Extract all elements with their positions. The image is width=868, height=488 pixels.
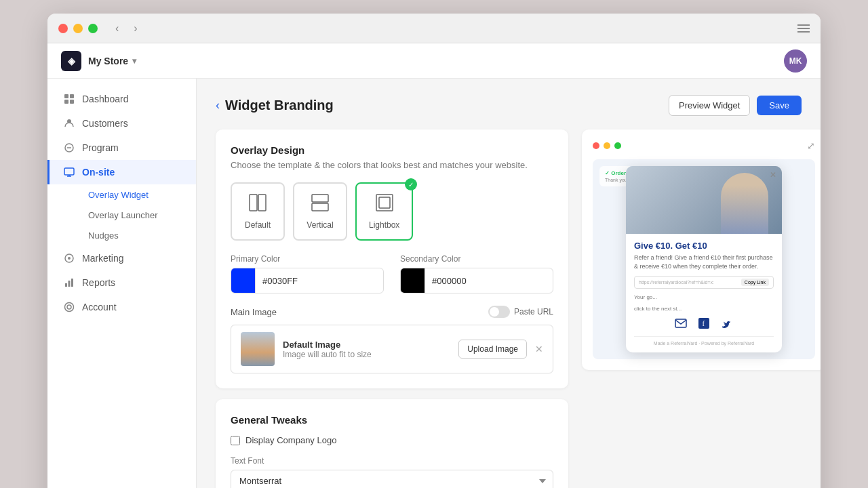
paste-url-toggle[interactable] bbox=[488, 306, 510, 318]
svg-rect-3 bbox=[70, 100, 74, 104]
preview-tl-red bbox=[593, 142, 599, 149]
primary-color-swatch[interactable] bbox=[231, 268, 256, 293]
template-lightbox[interactable]: ✓ Lightbox bbox=[355, 182, 413, 241]
menu-line bbox=[797, 28, 810, 29]
widget-hero-person bbox=[721, 173, 768, 234]
image-thumb-bg bbox=[241, 332, 275, 366]
text-font-label: Text Font bbox=[231, 456, 553, 466]
widget-title: Give €10. Get €10 bbox=[634, 241, 774, 251]
widget-desc: Refer a friend! Give a friend €10 their … bbox=[634, 253, 774, 270]
left-panel: Overlay Design Choose the template & the… bbox=[216, 129, 568, 488]
social-email-icon[interactable] bbox=[673, 316, 688, 331]
customers-icon bbox=[63, 117, 75, 129]
display-logo-row: Display Company Logo bbox=[231, 435, 553, 445]
preview-expand-icon[interactable]: ⤢ bbox=[807, 140, 815, 151]
social-twitter-icon[interactable] bbox=[719, 316, 734, 331]
sidebar-item-marketing[interactable]: Marketing bbox=[47, 246, 196, 270]
svg-rect-0 bbox=[64, 94, 68, 98]
sidebar: Dashboard Customers Program bbox=[47, 79, 197, 488]
sidebar-item-on-site[interactable]: On-site bbox=[47, 160, 196, 184]
overlay-design-title: Overlay Design bbox=[231, 144, 553, 156]
traffic-light-green[interactable] bbox=[88, 24, 98, 33]
svg-text:f: f bbox=[703, 319, 705, 327]
secondary-color-input bbox=[400, 268, 553, 293]
save-button[interactable]: Save bbox=[757, 96, 802, 115]
svg-rect-1 bbox=[70, 94, 74, 98]
svg-rect-19 bbox=[312, 195, 328, 202]
widget-refer-text: Your go... bbox=[634, 294, 774, 300]
browser-back-btn[interactable]: ‹ bbox=[111, 21, 123, 36]
preview-card: ⤢ ✓ Order Conf... Thank you f... bbox=[582, 129, 821, 370]
secondary-color-text[interactable] bbox=[425, 276, 553, 286]
template-default[interactable]: Default bbox=[231, 182, 285, 241]
sidebar-reports-label: Reports bbox=[82, 277, 115, 288]
paste-url-row: Paste URL bbox=[488, 306, 553, 318]
sidebar-dashboard-label: Dashboard bbox=[82, 94, 129, 104]
store-name-selector[interactable]: My Store ▾ bbox=[88, 56, 136, 66]
app-topbar: ◈ My Store ▾ MK bbox=[47, 43, 821, 79]
template-default-label: Default bbox=[245, 220, 271, 230]
image-desc: Image will auto fit to size bbox=[283, 350, 450, 359]
preview-tl-green bbox=[614, 142, 621, 149]
sidebar-sub-menu: Overlay Widget Overlay Launcher Nudges bbox=[47, 185, 196, 245]
sidebar-item-overlay-widget[interactable]: Overlay Widget bbox=[80, 185, 196, 205]
secondary-color-swatch[interactable] bbox=[401, 268, 425, 293]
preview-widget-bg: ✓ Order Conf... Thank you f... bbox=[593, 159, 815, 359]
sidebar-item-reports[interactable]: Reports bbox=[47, 270, 196, 295]
main-content: ‹ Widget Branding Preview Widget Save Ov… bbox=[197, 79, 821, 488]
app-body: Dashboard Customers Program bbox=[47, 79, 821, 488]
secondary-color-field: Secondary Color bbox=[400, 254, 553, 293]
svg-rect-20 bbox=[312, 203, 328, 211]
svg-rect-13 bbox=[68, 281, 71, 287]
svg-rect-22 bbox=[379, 197, 390, 208]
display-logo-checkbox[interactable] bbox=[231, 436, 240, 445]
sidebar-item-account[interactable]: Account bbox=[47, 295, 196, 319]
preview-widget-button[interactable]: Preview Widget bbox=[669, 95, 750, 116]
text-font-select[interactable]: Montserrat Roboto Open Sans Lato Poppins bbox=[231, 470, 553, 488]
traffic-light-red[interactable] bbox=[58, 24, 68, 33]
clear-image-icon[interactable]: ✕ bbox=[535, 344, 543, 354]
sidebar-customers-label: Customers bbox=[82, 118, 128, 129]
sidebar-item-customers[interactable]: Customers bbox=[47, 111, 196, 136]
social-facebook-icon[interactable]: f bbox=[696, 316, 711, 331]
sidebar-item-program[interactable]: Program bbox=[47, 136, 196, 160]
sidebar-item-overlay-launcher[interactable]: Overlay Launcher bbox=[80, 205, 196, 225]
template-vertical[interactable]: Vertical bbox=[293, 182, 347, 241]
svg-point-11 bbox=[68, 257, 71, 260]
upload-image-button[interactable]: Upload Image bbox=[458, 340, 527, 359]
copy-link-button[interactable]: Copy Link bbox=[741, 279, 769, 286]
primary-color-text[interactable] bbox=[256, 276, 383, 286]
svg-rect-18 bbox=[258, 195, 266, 211]
menu-line bbox=[797, 24, 810, 26]
svg-rect-2 bbox=[64, 100, 68, 104]
dashboard-icon bbox=[63, 93, 75, 105]
content-grid: Overlay Design Choose the template & the… bbox=[216, 129, 802, 488]
image-name: Default Image bbox=[283, 340, 450, 350]
sidebar-item-dashboard[interactable]: Dashboard bbox=[47, 87, 196, 111]
back-icon[interactable]: ‹ bbox=[216, 98, 220, 113]
widget-body: Give €10. Get €10 Refer a friend! Give a… bbox=[626, 234, 782, 352]
text-font-group: Text Font Montserrat Roboto Open Sans La… bbox=[231, 456, 553, 488]
svg-rect-23 bbox=[675, 319, 686, 327]
image-preview-row: Default Image Image will auto fit to siz… bbox=[231, 325, 553, 373]
sidebar-on-site-label: On-site bbox=[82, 167, 115, 178]
template-vertical-label: Vertical bbox=[307, 220, 333, 230]
primary-color-label: Primary Color bbox=[231, 254, 384, 264]
account-icon bbox=[63, 301, 75, 313]
template-default-icon bbox=[248, 193, 267, 216]
overlay-design-desc: Choose the template & the colors that lo… bbox=[231, 160, 553, 170]
sidebar-program-label: Program bbox=[82, 142, 119, 153]
sidebar-item-nudges[interactable]: Nudges bbox=[80, 226, 196, 245]
page-header: ‹ Widget Branding Preview Widget Save bbox=[216, 95, 802, 116]
traffic-light-yellow[interactable] bbox=[73, 24, 83, 33]
secondary-color-label: Secondary Color bbox=[400, 254, 553, 264]
image-thumbnail bbox=[241, 332, 275, 366]
browser-menu-icon[interactable] bbox=[797, 24, 810, 33]
user-avatar[interactable]: MK bbox=[784, 49, 807, 73]
menu-line bbox=[797, 31, 810, 33]
header-actions: Preview Widget Save bbox=[669, 95, 802, 116]
widget-close-icon[interactable]: ✕ bbox=[770, 170, 776, 180]
app-shell: ◈ My Store ▾ MK Dashboard bbox=[47, 43, 821, 488]
browser-forward-btn[interactable]: › bbox=[130, 21, 141, 36]
store-name-label: My Store bbox=[88, 56, 128, 66]
